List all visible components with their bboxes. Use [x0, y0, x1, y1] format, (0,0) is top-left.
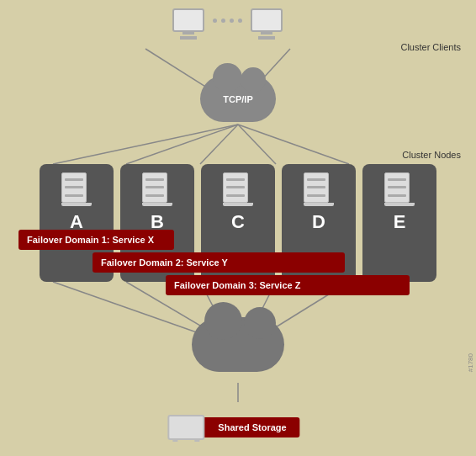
dot-3: [230, 19, 234, 23]
server-icon-d: [304, 172, 334, 208]
server-stripe: [226, 194, 245, 197]
server-stripe: [307, 194, 325, 197]
tcp-ip-cloud: TCP/IP: [200, 76, 276, 122]
server-body-d: [304, 172, 329, 203]
server-stripe: [65, 186, 83, 188]
server-stripe: [145, 194, 164, 197]
nas-icon: [167, 415, 204, 440]
server-icon-a: [61, 172, 92, 208]
cluster-clients-label: Cluster Clients: [400, 42, 461, 52]
failover-domain-1-bar: Failover Domain 1: Service X: [19, 230, 174, 250]
shared-storage-section: Shared Storage: [176, 417, 299, 437]
shared-storage-label: Shared Storage: [218, 422, 286, 432]
monitor-base-2: [258, 36, 275, 40]
failover-domain-3-bar: Failover Domain 3: Service Z: [166, 275, 410, 295]
clients-row: [84, 8, 370, 40]
server-base-a: [61, 203, 92, 206]
monitor-base-1: [180, 36, 197, 40]
server-body-c: [223, 172, 248, 203]
server-stripe: [388, 186, 406, 188]
dots-separator: [204, 19, 251, 23]
svg-line-4: [200, 125, 238, 164]
cluster-nodes-label: Cluster Nodes: [402, 150, 461, 160]
server-stripe: [307, 186, 325, 188]
server-icon-b: [142, 172, 172, 208]
node-letter-e: E: [394, 211, 406, 233]
node-letter-c: C: [231, 211, 245, 233]
tcp-ip-cloud-shape: TCP/IP: [200, 76, 276, 122]
server-body-a: [61, 172, 87, 203]
server-stripe: [307, 178, 325, 181]
server-base-b: [142, 203, 172, 206]
dot-4: [238, 19, 242, 23]
diagram-id: #1780: [467, 353, 474, 372]
svg-line-5: [238, 125, 276, 164]
server-stripe: [388, 178, 406, 181]
bottom-cloud: [192, 317, 284, 372]
tcp-ip-label: TCP/IP: [223, 94, 252, 104]
server-stripe: [145, 178, 164, 181]
server-base-d: [304, 203, 334, 206]
storage-device-icon: [167, 415, 204, 440]
server-base-c: [223, 203, 253, 206]
server-stripe: [65, 178, 83, 181]
server-body-e: [384, 172, 410, 203]
monitor-2: [251, 8, 283, 32]
svg-line-3: [126, 125, 238, 164]
shared-storage-bar: Shared Storage: [176, 417, 299, 437]
server-icon-c: [223, 172, 253, 208]
bottom-cloud-shape: [192, 317, 284, 372]
dot-2: [221, 19, 225, 23]
server-stripe: [145, 186, 164, 188]
server-icon-e: [384, 172, 415, 208]
diagram-container: Cluster Clients TCP/IP Cluster Nodes: [0, 0, 476, 456]
failover-domain-2-bar: Failover Domain 2: Service Y: [93, 252, 345, 273]
client-computer-1: [172, 8, 204, 40]
dot-1: [213, 19, 217, 23]
server-stripe: [388, 194, 406, 197]
server-stripe: [226, 186, 245, 188]
monitor-1: [172, 8, 204, 32]
svg-line-2: [53, 125, 238, 164]
server-body-b: [142, 172, 167, 203]
svg-line-6: [238, 125, 349, 164]
client-computer-2: [251, 8, 283, 40]
server-stripe: [226, 178, 245, 181]
node-letter-d: D: [312, 211, 325, 233]
node-e: E: [362, 164, 436, 282]
server-base-e: [384, 203, 415, 206]
server-stripe: [65, 194, 83, 197]
